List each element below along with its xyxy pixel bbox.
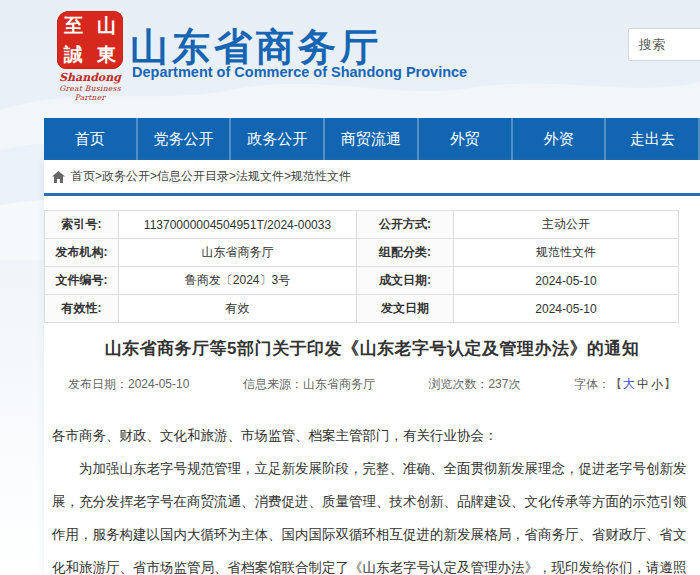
article-body: 各市商务、财政、文化和旅游、市场监管、档案主管部门，有关行业协会： 为加强山东老…	[44, 419, 700, 575]
nav-item-home[interactable]: 首页	[44, 118, 138, 160]
nav-item-foreign-trade[interactable]: 外贸	[419, 118, 513, 160]
home-icon	[52, 171, 65, 183]
meta-value-issuer: 山东省商务厅	[119, 239, 357, 267]
page-title: 山东省商务厅等5部门关于印发《山东老字号认定及管理办法》的通知	[44, 337, 700, 360]
table-row: 文件编号: 鲁商发〔2024〕3号 成文日期: 2024-05-10	[45, 267, 679, 295]
nav-item-going-global[interactable]: 走出去	[606, 118, 700, 160]
nav-item-trade[interactable]: 商贸流通	[325, 118, 419, 160]
meta-label-issue-date: 发文日期	[357, 295, 454, 323]
table-row: 有效性: 有效 发文日期 2024-05-10	[45, 295, 679, 323]
seal-char: 誠	[64, 45, 83, 64]
article-meta-bar: 发布日期：2024-05-10 信息来源：山东省商务厅 浏览次数：237次 字体…	[44, 376, 700, 393]
table-row: 发布机构: 山东省商务厅 组配分类: 规范性文件	[45, 239, 679, 267]
meta-label-openmode: 公开方式:	[357, 211, 454, 239]
view-count: 浏览次数：237次	[428, 376, 520, 393]
font-size-medium-button[interactable]: 中	[637, 377, 649, 391]
salutation-paragraph: 各市商务、财政、文化和旅游、市场监管、档案主管部门，有关行业协会：	[52, 419, 692, 452]
meta-label-docnumber: 文件编号:	[45, 267, 119, 295]
nav-item-party[interactable]: 党务公开	[138, 118, 232, 160]
meta-label-validity: 有效性:	[45, 295, 119, 323]
body-paragraph: 为加强山东老字号规范管理，立足新发展阶段，完整、准确、全面贯彻新发展理念，促进老…	[52, 452, 692, 575]
breadcrumb-trail[interactable]: 首页>政务公开>信息公开目录>法规文件>规范性文件	[71, 168, 351, 185]
font-size-label: 字体：【	[574, 377, 622, 391]
meta-value-docnumber: 鲁商发〔2024〕3号	[119, 267, 357, 295]
main-nav: 首页 党务公开 政务公开 商贸流通 外贸 外资 走出去	[44, 118, 700, 160]
meta-label-category: 组配分类:	[357, 239, 454, 267]
site-logo: 至 山 誠 東 Shandong Great Business Partner	[50, 11, 130, 102]
meta-value-openmode: 主动公开	[454, 211, 679, 239]
table-row: 索引号: 11370000004504951T/2024-00033 公开方式:…	[45, 211, 679, 239]
seal-char: 東	[97, 45, 116, 64]
meta-label-written-date: 成文日期:	[357, 267, 454, 295]
font-size-control: 字体：【大中小】	[574, 376, 676, 393]
seal-char: 山	[97, 16, 116, 35]
font-size-small-button[interactable]: 小	[651, 377, 663, 391]
site-subtitle: Department of Commerce of Shandong Provi…	[132, 64, 467, 80]
publish-date: 发布日期：2024-05-10	[68, 376, 189, 393]
logo-caption-slogan: Great Business Partner	[50, 84, 130, 102]
font-size-bracket: 】	[664, 377, 676, 391]
site-header: 至 山 誠 東 Shandong Great Business Partner …	[0, 0, 700, 118]
meta-value-category: 规范性文件	[454, 239, 679, 267]
meta-label-index: 索引号:	[45, 211, 119, 239]
breadcrumb: 首页>政务公开>信息公开目录>法规文件>规范性文件	[44, 160, 700, 196]
nav-item-gov[interactable]: 政务公开	[231, 118, 325, 160]
logo-caption-shandong: Shandong	[50, 71, 130, 84]
content-panel: 首页>政务公开>信息公开目录>法规文件>规范性文件 索引号: 113700000…	[44, 160, 700, 575]
shandong-seal-logo: 至 山 誠 東	[57, 11, 123, 69]
meta-value-index: 11370000004504951T/2024-00033	[119, 211, 357, 239]
info-source: 信息来源：山东省商务厅	[243, 376, 375, 393]
document-meta-table: 索引号: 11370000004504951T/2024-00033 公开方式:…	[44, 210, 679, 323]
seal-char: 至	[64, 16, 83, 35]
search-input[interactable]	[628, 28, 700, 61]
meta-value-validity: 有效	[119, 295, 357, 323]
meta-label-issuer: 发布机构:	[45, 239, 119, 267]
font-size-large-button[interactable]: 大	[623, 377, 635, 391]
meta-value-issue-date: 2024-05-10	[454, 295, 679, 323]
meta-value-written-date: 2024-05-10	[454, 267, 679, 295]
nav-item-foreign-investment[interactable]: 外资	[513, 118, 607, 160]
